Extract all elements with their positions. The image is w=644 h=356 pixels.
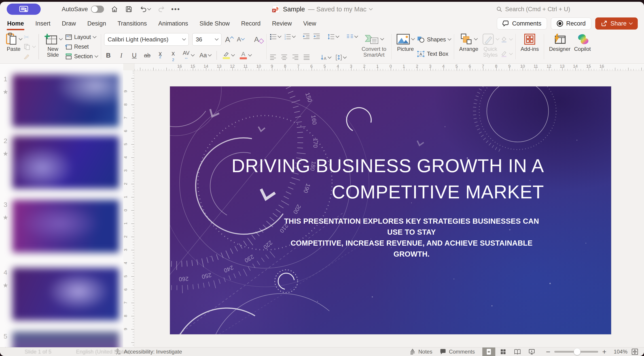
font-color-chevron-icon[interactable] xyxy=(248,53,252,56)
picture-chevron-icon[interactable] xyxy=(411,37,415,40)
columns-button[interactable] xyxy=(346,34,358,39)
tab-animations[interactable]: Animations xyxy=(158,18,189,30)
title-chevron-icon[interactable] xyxy=(369,7,373,10)
align-right-button[interactable] xyxy=(292,54,299,61)
record-button[interactable]: Record xyxy=(551,18,591,30)
increase-font-button[interactable]: A xyxy=(225,36,233,43)
text-highlight-button[interactable] xyxy=(222,52,234,59)
presenter-mode-button[interactable] xyxy=(7,4,41,15)
smartart-chevron-icon[interactable] xyxy=(380,37,384,40)
slide-sorter-view-button[interactable] xyxy=(497,347,510,356)
section-chevron-icon[interactable] xyxy=(94,54,98,58)
layout-chevron-icon[interactable] xyxy=(92,35,96,38)
designer-button[interactable]: Designer xyxy=(547,31,572,62)
accessibility-status[interactable]: Accessibility: Investigate xyxy=(114,348,182,355)
new-slide-chevron-icon[interactable] xyxy=(59,37,62,40)
tab-review[interactable]: Review xyxy=(272,18,292,30)
layout-button[interactable]: Layout xyxy=(65,33,98,41)
align-left-button[interactable] xyxy=(270,54,276,61)
line-spacing-chevron-icon[interactable] xyxy=(336,34,340,38)
comments-button[interactable]: Comments xyxy=(497,18,547,30)
text-direction-chevron-icon[interactable] xyxy=(328,55,332,59)
superscript-button[interactable]: x2 xyxy=(156,50,164,60)
change-case-chevron-icon[interactable] xyxy=(208,53,212,56)
bullets-chevron-icon[interactable] xyxy=(278,34,282,38)
tab-design[interactable]: Design xyxy=(87,18,107,30)
slide-subtitle[interactable]: THIS PRESENTATION EXPLORES KEY STRATEGIE… xyxy=(279,216,544,260)
section-button[interactable]: Section xyxy=(65,52,98,61)
reset-button[interactable]: Reset xyxy=(65,43,98,51)
justify-button[interactable] xyxy=(303,54,310,61)
zoom-in-button[interactable]: + xyxy=(602,349,606,354)
change-case-button[interactable]: Aa xyxy=(199,52,211,59)
tab-slide-show[interactable]: Slide Show xyxy=(199,18,230,30)
more-options-icon[interactable]: ••• xyxy=(172,5,180,13)
slide-thumbnail-2[interactable] xyxy=(12,136,119,189)
search-input[interactable]: Search (Cmd + Ctrl + U) xyxy=(496,6,570,13)
slide-thumbnail-4[interactable] xyxy=(12,268,119,320)
clear-formatting-button[interactable]: A xyxy=(254,36,263,43)
highlight-chevron-icon[interactable] xyxy=(231,53,235,56)
slide-counter[interactable]: Slide 1 of 5 xyxy=(24,348,52,355)
slide-thumbnail-1[interactable] xyxy=(12,74,119,127)
numbering-button[interactable]: 123 xyxy=(284,34,295,40)
font-name-combo[interactable]: Calibri Light (Headings) xyxy=(104,33,189,46)
paste-button[interactable]: Paste xyxy=(4,31,24,62)
autosave-toggle[interactable] xyxy=(91,6,104,13)
align-center-button[interactable] xyxy=(281,54,288,61)
arrange-button[interactable]: Arrange xyxy=(457,31,480,62)
save-icon[interactable] xyxy=(125,5,132,13)
convert-smartart-button[interactable]: Convert to SmartArt xyxy=(360,31,388,62)
align-vertical-chevron-icon[interactable] xyxy=(343,55,346,59)
font-color-button[interactable]: A xyxy=(239,52,251,59)
numbering-chevron-icon[interactable] xyxy=(292,34,296,38)
normal-view-button[interactable] xyxy=(482,347,495,356)
undo-chevron[interactable] xyxy=(147,7,151,10)
tab-insert[interactable]: Insert xyxy=(35,18,51,30)
home-icon[interactable] xyxy=(111,5,118,13)
tab-transitions[interactable]: Transitions xyxy=(117,18,147,30)
comments-toggle[interactable]: Comments xyxy=(440,348,475,355)
slideshow-view-button[interactable] xyxy=(525,347,538,356)
bullets-button[interactable] xyxy=(270,34,281,40)
slide-thumbnail-5[interactable] xyxy=(12,332,119,347)
slide-editor[interactable]: 140150160170180190200210220230240250260 … xyxy=(170,86,611,334)
align-text-vertical-button[interactable] xyxy=(336,54,346,61)
zoom-out-button[interactable]: − xyxy=(546,349,550,354)
line-spacing-button[interactable] xyxy=(328,34,339,40)
copilot-button[interactable]: Copilot xyxy=(572,31,592,62)
zoom-slider[interactable] xyxy=(554,351,598,353)
tab-home[interactable]: Home xyxy=(7,18,24,30)
character-spacing-button[interactable]: AV↔ xyxy=(182,51,194,60)
new-slide-button[interactable]: New Slide xyxy=(42,31,64,62)
slide-thumbnail-3[interactable] xyxy=(12,200,119,253)
columns-chevron-icon[interactable] xyxy=(354,34,358,38)
decrease-font-button[interactable]: A xyxy=(237,36,245,43)
increase-indent-button[interactable] xyxy=(313,33,320,40)
font-size-combo[interactable]: 36 xyxy=(192,33,222,46)
paste-chevron-icon[interactable] xyxy=(19,37,22,40)
bold-button[interactable]: B xyxy=(104,52,112,59)
zoom-level[interactable]: 104% xyxy=(610,348,628,355)
decrease-indent-button[interactable] xyxy=(303,33,310,40)
reading-view-button[interactable] xyxy=(511,347,524,356)
text-direction-button[interactable]: A xyxy=(320,54,331,61)
horizontal-ruler[interactable]: 1615141312111098765432101234567891011121… xyxy=(123,64,644,71)
tab-record[interactable]: Record xyxy=(240,18,261,30)
shapes-chevron-icon[interactable] xyxy=(448,37,451,41)
underline-button[interactable]: U xyxy=(130,52,138,59)
addins-button[interactable]: Add-ins xyxy=(519,31,540,62)
vertical-ruler[interactable]: 9876543210123456789 xyxy=(123,71,134,347)
shapes-button[interactable]: Shapes xyxy=(417,35,451,44)
character-spacing-chevron-icon[interactable] xyxy=(191,53,195,56)
text-box-button[interactable]: A Text Box xyxy=(417,50,451,58)
tab-view[interactable]: View xyxy=(303,18,317,30)
fit-slide-to-window-icon[interactable] xyxy=(632,348,638,355)
strikethrough-button[interactable]: ab xyxy=(143,52,151,59)
share-chevron-icon[interactable] xyxy=(629,21,633,25)
italic-button[interactable]: I xyxy=(117,52,125,59)
slide-title[interactable]: DRIVING BUSINESS GROWTH IN A COMPETITIVE… xyxy=(232,153,544,205)
document-title[interactable]: P Sample — Saved to my Mac xyxy=(272,5,372,13)
picture-button[interactable]: Picture xyxy=(395,31,416,62)
tab-draw[interactable]: Draw xyxy=(62,18,76,30)
